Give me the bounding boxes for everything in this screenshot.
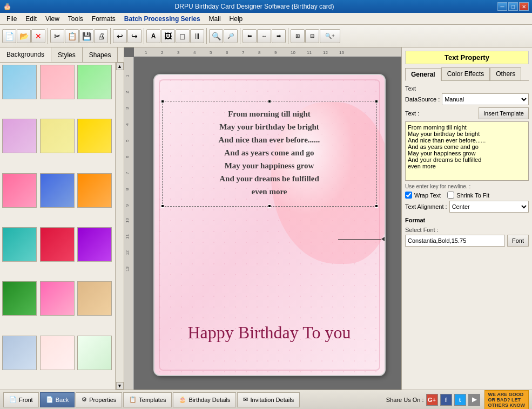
invitation-details-button[interactable]: ✉ Invitation Details <box>237 392 300 407</box>
birthday-details-button[interactable]: 🎂 Birthday Details <box>173 392 236 407</box>
toolbar-align-left[interactable]: ⬅ <box>243 29 257 43</box>
toolbar-cut[interactable]: ✂ <box>50 29 64 43</box>
menu-formats[interactable]: Formats <box>87 14 120 24</box>
thumb-16[interactable] <box>2 336 37 370</box>
thumb-8[interactable] <box>40 173 75 208</box>
thumb-18[interactable] <box>77 336 112 370</box>
thumb-11[interactable] <box>40 227 75 262</box>
thumb-17[interactable] <box>40 336 75 370</box>
facebook-btn[interactable]: f <box>440 394 452 406</box>
handle-bl[interactable] <box>161 204 164 208</box>
menu-mail[interactable]: Mail <box>205 14 225 24</box>
toolbar-align-center[interactable]: ↔ <box>257 29 271 43</box>
font-input[interactable] <box>405 235 505 247</box>
alignment-select[interactable]: Left Center Right Justify <box>449 201 529 213</box>
thumb-7[interactable] <box>2 173 37 208</box>
font-button[interactable]: Font <box>507 235 529 247</box>
menu-view[interactable]: View <box>41 14 64 24</box>
toolbar-sep1 <box>48 28 48 44</box>
toolbar-new[interactable]: 📄 <box>2 29 16 43</box>
thumb-5[interactable] <box>40 119 75 153</box>
left-panel: Backgrounds Styles Shapes <box>0 47 124 390</box>
hint-text: Use enter key for newline. : <box>405 183 529 189</box>
templates-button[interactable]: 📋 Templates <box>123 392 172 407</box>
toolbar-text[interactable]: A <box>146 29 160 43</box>
google-plus-btn[interactable]: G+ <box>426 394 438 406</box>
toolbar-zoom-in[interactable]: 🔍 <box>209 29 223 43</box>
card-line-7: even more <box>165 185 374 198</box>
menu-edit[interactable]: Edit <box>21 14 41 24</box>
card-happy-birthday-text: Happy Birthday To you <box>154 323 385 343</box>
handle-bm[interactable] <box>268 204 271 208</box>
birthday-card[interactable]: From morning till night May your birthda… <box>153 74 386 376</box>
share-btn[interactable]: ▶ <box>468 394 480 406</box>
twitter-btn[interactable]: t <box>454 394 466 406</box>
tab-backgrounds[interactable]: Backgrounds <box>0 47 51 62</box>
text-property-title: Text Property <box>405 51 529 64</box>
toolbar-shape[interactable]: ◻ <box>176 29 190 43</box>
toolbar-save[interactable]: 💾 <box>79 29 93 43</box>
thumb-14[interactable] <box>40 281 75 316</box>
handle-tm[interactable] <box>268 100 271 103</box>
maximize-button[interactable]: □ <box>508 2 518 11</box>
thumb-4[interactable] <box>2 119 37 153</box>
properties-icon: ⚙ <box>82 396 87 403</box>
toolbar-redo[interactable]: ↪ <box>127 29 142 43</box>
scroll-down-btn[interactable]: ▼ <box>116 382 124 390</box>
toolbar-zoom-out[interactable]: 🔎 <box>224 29 238 43</box>
thumb-12[interactable] <box>77 227 112 262</box>
tab-general[interactable]: General <box>405 68 441 81</box>
handle-tl[interactable] <box>161 100 164 103</box>
scroll-up-btn[interactable]: ▲ <box>116 63 124 70</box>
back-label: Back <box>56 397 69 403</box>
insert-template-button[interactable]: Insert Template <box>479 107 529 119</box>
thumb-3[interactable] <box>77 65 112 99</box>
minimize-button[interactable]: ─ <box>497 2 507 11</box>
menu-help[interactable]: Help <box>225 14 247 24</box>
toolbar-open[interactable]: 📂 <box>17 29 31 43</box>
datasource-select[interactable]: Manual <box>442 93 529 105</box>
menu-tools[interactable]: Tools <box>64 14 87 24</box>
tab-others[interactable]: Others <box>490 67 521 80</box>
tab-styles[interactable]: Styles <box>51 47 83 62</box>
toolbar-image[interactable]: 🖼 <box>161 29 175 43</box>
handle-br[interactable] <box>375 204 378 208</box>
toolbar-undo[interactable]: ↩ <box>113 29 127 43</box>
close-button[interactable]: ✕ <box>519 2 529 11</box>
menu-file[interactable]: File <box>2 14 21 24</box>
toolbar-print[interactable]: 🖨 <box>94 29 108 43</box>
svg-text:7: 7 <box>242 50 245 55</box>
toolbar-align-right[interactable]: ➡ <box>272 29 286 43</box>
thumb-6[interactable] <box>77 119 112 153</box>
right-panel: Text Property General Color Effects Othe… <box>401 47 532 390</box>
thumb-9[interactable] <box>77 173 112 208</box>
toolbar-zoom-level[interactable]: 🔍+ <box>320 29 340 43</box>
toolbar-copy[interactable]: 📋 <box>65 29 79 43</box>
thumb-15[interactable] <box>77 281 112 316</box>
wrap-text-checkbox[interactable] <box>405 192 412 199</box>
menu-batch[interactable]: Batch Processing Series <box>120 14 205 24</box>
shrink-fit-checkbox[interactable] <box>447 192 454 199</box>
properties-button[interactable]: ⚙ Properties <box>76 392 122 407</box>
thumb-1[interactable] <box>2 65 37 99</box>
back-button[interactable]: 📄 Back <box>40 392 75 407</box>
thumb-2[interactable] <box>40 65 75 99</box>
svg-text:2: 2 <box>125 91 130 93</box>
toolbar-grid[interactable]: ⊟ <box>305 29 319 43</box>
thumb-10[interactable] <box>2 227 37 262</box>
badge-line3: OTHERS KNOW <box>488 403 526 408</box>
handle-tr[interactable] <box>375 100 378 103</box>
text-field-row: Text : Insert Template <box>405 107 529 119</box>
thumb-13[interactable] <box>2 281 37 316</box>
front-button[interactable]: 📄 Front <box>3 392 39 407</box>
toolbar-table[interactable]: ⊞ <box>291 29 305 43</box>
text-textarea[interactable]: From morning till night May your birthda… <box>405 121 529 181</box>
tab-color-effects[interactable]: Color Effects <box>441 67 490 80</box>
tab-shapes[interactable]: Shapes <box>83 47 118 62</box>
left-scrollbar[interactable]: ▲ ▼ <box>115 63 124 390</box>
ruler-left: 1 2 3 4 5 6 7 8 9 10 11 12 13 <box>124 57 134 390</box>
toolbar-barcode[interactable]: ||| <box>190 29 204 43</box>
svg-text:12: 12 <box>323 50 328 55</box>
share-section: Share Us On : G+ f t ▶ WE ARE GOOD OR BA… <box>386 390 529 410</box>
toolbar-delete[interactable]: ✕ <box>31 29 45 43</box>
